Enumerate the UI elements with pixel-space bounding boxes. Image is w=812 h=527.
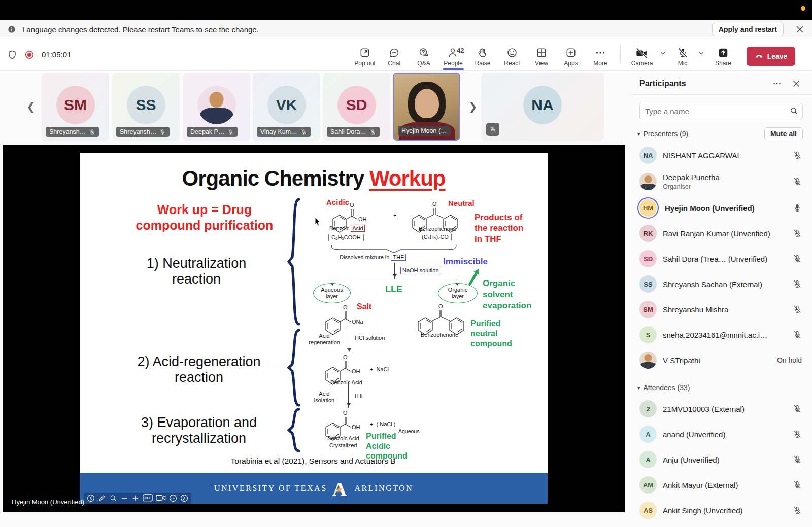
participant-row[interactable]: 2 21MVD10003 (External) [631,396,812,421]
atom-oh: OH [358,216,367,223]
mic-options-chevron-icon[interactable] [698,50,705,57]
participant-row[interactable]: A anand (Unverified) [631,421,812,447]
mic-muted-icon[interactable] [793,177,802,186]
formula-benzophenone: (C₆H₅)₂CO [419,234,452,240]
share-icon [718,47,729,58]
next-slide-icon[interactable] [180,494,188,502]
video-tile-hyejin-active-speaker[interactable]: Hyejin Moon (… [393,73,460,141]
zoom-out-icon[interactable] [120,494,128,502]
participant-name: Ankit Mayur (External) [663,481,793,489]
participant-row[interactable]: S sneha.20234161@mnnit.ac.i… [631,322,812,347]
mic-muted-icon[interactable] [793,305,802,314]
react-icon [506,47,518,58]
apply-and-restart-button[interactable]: Apply and restart [712,23,784,36]
label-acid-regeneration: Acidregeneration [306,333,343,346]
chevron-right-icon: ❯ [469,100,478,113]
tile-name-chip: Deepak P… [187,127,238,137]
view-label: View [535,60,548,67]
mic-button[interactable]: Mic [668,43,697,67]
share-button[interactable]: Share [707,43,739,67]
chevron-left-icon: ❮ [27,100,36,113]
brace-step1 [287,198,301,326]
people-button[interactable]: 42 People [438,43,468,67]
more-button[interactable]: More [586,43,615,67]
attendees-header-label[interactable]: Attendees (33) [644,383,803,392]
collapse-icon[interactable]: ▾ [637,131,640,137]
mic-muted-icon[interactable] [793,430,802,439]
video-toggle-icon[interactable] [156,494,166,502]
camera-button[interactable]: Camera [626,43,658,67]
presenters-header-label[interactable]: Presenters (9) [644,130,764,138]
avatar: HM [639,199,657,217]
video-tile-deepak[interactable]: Deepak P… [183,73,250,141]
avatar: SS [639,275,657,293]
participant-row[interactable]: SD Sahil Dora (Trea… (Unverified) [631,246,812,271]
mic-muted-icon[interactable] [793,151,802,160]
mic-muted-icon[interactable] [793,455,802,464]
filmstrip-next-button[interactable]: ❯ [464,96,482,117]
popout-button[interactable]: Pop out [350,43,380,67]
search-input[interactable] [639,103,803,119]
view-button[interactable]: View [527,43,556,67]
green-arrow [466,268,482,286]
zoom-in-icon[interactable] [131,494,140,502]
mic-muted-icon[interactable] [793,229,802,238]
mic-muted-icon[interactable] [793,279,802,289]
mic-muted-icon[interactable] [793,480,802,489]
participant-row[interactable]: SM Shreyanshu Mishra [631,297,812,322]
raise-hand-button[interactable]: Raise [468,43,497,67]
participant-row[interactable]: A Anju (Unverified) [631,447,812,472]
footer-university-text: UNIVERSITY OF TEXAS [214,484,327,493]
panel-more-icon[interactable] [772,79,782,88]
star-icon: ★ [335,484,343,495]
formula-benzoic: C₆H₅COOH [328,234,364,241]
participant-name: Sahil Dora (Trea… (Unverified) [663,255,793,263]
plus-sign: + [393,212,396,219]
panel-close-icon[interactable] [792,79,801,88]
participant-row[interactable]: AS Ankit Singh (Unverified) [631,498,812,523]
participant-row[interactable]: V STripathi On hold [631,347,812,373]
zoom-magnifier-icon[interactable] [109,494,117,502]
chat-button[interactable]: Chat [380,43,409,67]
participant-row[interactable]: NA NISHANT AGGARWAL [631,143,812,168]
label-plus-nacl-paren: + ( NaCl ) [370,421,395,428]
participant-row-active-speaker[interactable]: HM Hyejin Moon (Unverified) [631,195,812,221]
avatar: SM [56,86,95,124]
people-label: People [444,60,462,67]
participant-row[interactable]: Deepak Punetha Organiser [631,168,812,195]
leave-button[interactable]: Leave [747,47,795,66]
video-tile-vk[interactable]: VK Vinay Kum… [253,73,320,141]
tile-name-chip: Vinay Kum… [257,127,311,137]
camera-options-chevron-icon[interactable] [659,50,666,57]
annotate-pen-icon[interactable] [98,494,106,502]
participant-row[interactable]: AM Ankit Mayur (External) [631,472,812,498]
mic-muted-icon[interactable] [793,254,802,263]
react-button[interactable]: React [497,43,527,67]
video-tile-ss[interactable]: SS Shreyansh… [112,73,180,141]
label-acid-isolation: Acidisolation [308,391,341,404]
mute-all-button[interactable]: Mute all [764,127,803,140]
sodium-benzoate-structure: O ONa [324,304,370,335]
more-controls-icon[interactable] [169,494,177,502]
participant-row[interactable]: SS Shreyansh Sachan (External) [631,271,812,297]
video-tile-sm[interactable]: SM Shreyansh… [42,73,109,141]
collapse-icon[interactable]: ▾ [637,384,640,391]
video-tile-na[interactable]: NA [481,73,604,141]
tile-name-chip: Shreyansh… [116,127,170,137]
avatar: RK [639,225,657,242]
filmstrip-prev-button[interactable]: ❮ [22,96,40,117]
apps-button[interactable]: Apps [556,43,586,67]
meeting-toolbar: 01:05:01 Pop out Chat Q&A 42 People Rais… [0,39,812,71]
label-plus-nacl: + NaCl [370,366,389,373]
panel-divider [631,94,812,95]
qa-button[interactable]: Q&A [409,43,438,67]
mic-muted-icon[interactable] [793,330,802,339]
previous-slide-icon[interactable] [87,494,95,502]
video-tile-sd[interactable]: SD Sahil Dora… [323,73,390,141]
participant-row[interactable]: RK Ravi Ranjan Kumar (Unverified) [631,221,812,246]
mic-muted-icon[interactable] [793,506,802,515]
mic-on-icon[interactable] [793,203,802,213]
mic-muted-icon[interactable] [793,404,802,413]
banner-close-icon[interactable] [795,24,805,34]
closed-captions-icon[interactable]: CC [143,494,153,502]
